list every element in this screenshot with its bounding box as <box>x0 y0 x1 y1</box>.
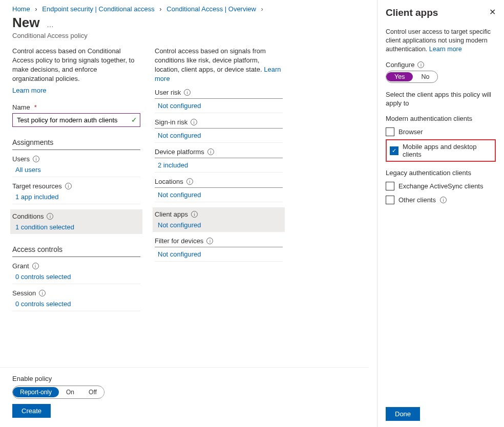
access-controls-header: Access controls <box>12 245 140 257</box>
page-title: New <box>12 15 39 31</box>
info-icon[interactable]: i <box>440 197 447 203</box>
checkmark-icon: ✓ <box>131 116 137 124</box>
info-icon[interactable]: i <box>47 213 53 220</box>
pill-on[interactable]: On <box>59 387 81 397</box>
breadcrumb-conditional-access[interactable]: Conditional Access | Overview <box>166 5 256 13</box>
locations-block[interactable]: Locationsi Not configured <box>155 178 283 202</box>
checkbox-icon[interactable] <box>386 182 394 190</box>
assignments-header: Assignments <box>12 138 140 150</box>
target-resources-block[interactable]: Target resourcesi 1 app included <box>12 182 140 204</box>
pill-off[interactable]: Off <box>81 387 104 397</box>
configure-toggle[interactable]: Yes No <box>386 71 438 83</box>
pill-report-only[interactable]: Report-only <box>13 387 59 397</box>
learn-more-link[interactable]: Learn more <box>12 87 46 94</box>
enable-policy-label: Enable policy <box>12 375 356 382</box>
info-icon[interactable]: i <box>32 263 39 269</box>
close-icon[interactable]: ✕ <box>489 7 496 17</box>
checkbox-browser[interactable]: Browser <box>386 127 496 136</box>
modern-auth-label: Modern authentication clients <box>386 115 496 122</box>
info-icon[interactable]: i <box>191 211 198 218</box>
highlight-mobile-desktop: ✓ Mobile apps and desktop clients <box>386 139 496 162</box>
checkbox-eas[interactable]: Exchange ActiveSync clients <box>386 182 496 190</box>
user-risk-value[interactable]: Not configured <box>155 102 283 110</box>
toggle-yes[interactable]: Yes <box>386 72 413 81</box>
select-clients-label: Select the client apps this policy will … <box>386 90 496 108</box>
chevron-right-icon: › <box>261 5 263 13</box>
device-platforms-block[interactable]: Device platformsi 2 included <box>155 148 283 173</box>
signin-risk-block[interactable]: Sign-in riski Not configured <box>155 118 283 143</box>
checkbox-label: Other clients <box>398 196 436 204</box>
grant-value[interactable]: 0 controls selected <box>12 273 140 281</box>
info-icon[interactable]: i <box>191 119 197 125</box>
device-platforms-value[interactable]: 2 included <box>155 161 283 169</box>
done-button[interactable]: Done <box>386 407 420 421</box>
chevron-right-icon: › <box>35 5 37 13</box>
checkbox-icon[interactable] <box>386 127 394 136</box>
client-apps-pane: Client apps ✕ Control user access to tar… <box>377 0 504 427</box>
locations-value[interactable]: Not configured <box>155 191 283 199</box>
users-block[interactable]: Usersi All users <box>12 155 140 177</box>
info-icon[interactable]: i <box>206 238 213 244</box>
checkbox-label: Browser <box>398 128 423 136</box>
breadcrumb-endpoint-security[interactable]: Endpoint security | Conditional access <box>42 5 154 13</box>
info-icon[interactable]: i <box>186 178 193 185</box>
more-icon[interactable]: … <box>47 20 55 29</box>
users-value[interactable]: All users <box>12 166 140 174</box>
left-column: Control access based on Conditional Acce… <box>12 47 140 311</box>
user-risk-block[interactable]: User riski Not configured <box>155 89 283 113</box>
session-block[interactable]: Sessioni 0 controls selected <box>12 289 140 311</box>
pane-description: Control user access to target specific c… <box>386 28 496 54</box>
checkbox-icon[interactable] <box>386 196 394 204</box>
filter-devices-value[interactable]: Not configured <box>155 250 283 258</box>
info-icon[interactable]: i <box>65 183 72 189</box>
checkbox-mobile-desktop[interactable]: ✓ Mobile apps and desktop clients <box>390 143 492 158</box>
client-apps-value[interactable]: Not configured <box>155 221 282 229</box>
filter-devices-block[interactable]: Filter for devicesi Not configured <box>155 237 283 262</box>
create-button[interactable]: Create <box>12 404 51 418</box>
checkbox-label: Exchange ActiveSync clients <box>398 182 483 190</box>
left-description: Control access based on Conditional Acce… <box>12 47 140 83</box>
toggle-no[interactable]: No <box>413 72 437 81</box>
checkbox-other-clients[interactable]: Other clients i <box>386 196 496 204</box>
enable-policy-toggle[interactable]: Report-only On Off <box>12 386 104 399</box>
pane-title: Client apps <box>386 7 438 18</box>
conditions-value[interactable]: 1 condition selected <box>12 223 139 231</box>
info-icon[interactable]: i <box>417 61 424 68</box>
signin-risk-value[interactable]: Not configured <box>155 132 283 139</box>
client-apps-block[interactable]: Client appsi Not configured <box>153 207 285 232</box>
session-value[interactable]: 0 controls selected <box>12 300 140 308</box>
info-icon[interactable]: i <box>184 89 191 96</box>
info-icon[interactable]: i <box>39 290 46 296</box>
conditions-column: Control access based on signals from con… <box>155 47 283 311</box>
legacy-auth-label: Legacy authentication clients <box>386 169 496 177</box>
chevron-right-icon: › <box>159 5 161 13</box>
configure-label: Configurei <box>386 61 496 69</box>
checkbox-checked-icon[interactable]: ✓ <box>390 146 398 155</box>
conditions-description: Control access based on signals from con… <box>155 47 283 83</box>
checkbox-label: Mobile apps and desktop clients <box>403 143 492 158</box>
target-resources-value[interactable]: 1 app included <box>12 193 140 201</box>
info-icon[interactable]: i <box>207 148 214 155</box>
learn-more-link[interactable]: Learn more <box>429 46 462 53</box>
name-input[interactable] <box>12 113 140 127</box>
name-label: Name* <box>12 103 140 111</box>
footer-bar: Enable policy Report-only On Off Create <box>0 367 369 427</box>
grant-block[interactable]: Granti 0 controls selected <box>12 262 140 284</box>
info-icon[interactable]: i <box>33 156 39 162</box>
conditions-block[interactable]: Conditionsi 1 condition selected <box>10 209 142 234</box>
breadcrumb-home[interactable]: Home <box>12 5 30 13</box>
